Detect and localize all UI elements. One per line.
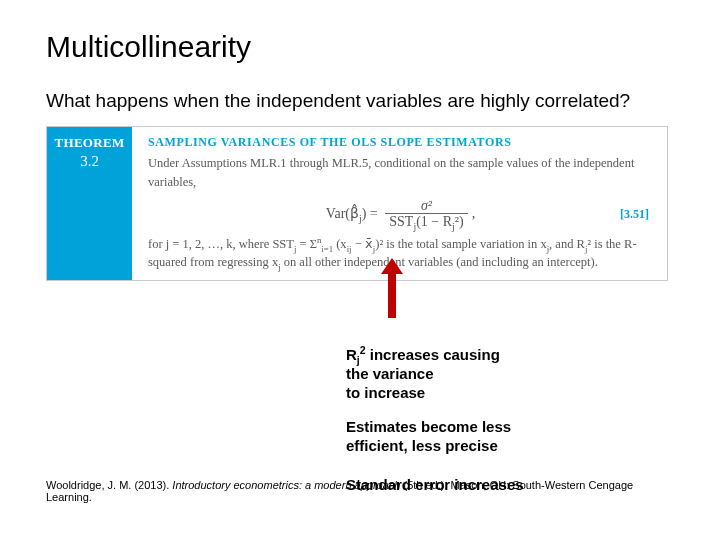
equation-number: [3.51] [620, 207, 649, 222]
theorem-box: THEOREM 3.2 SAMPLING VARIANCES OF THE OL… [46, 126, 668, 281]
theorem-left-panel: THEOREM 3.2 [47, 127, 132, 280]
lead-question: What happens when the independent variab… [46, 90, 674, 112]
annotation-efficiency: Estimates become less efficient, less pr… [346, 418, 511, 456]
theorem-number: 3.2 [80, 153, 99, 170]
equation-text: Var(β̂j) = σ² SSTj(1 − Rj²) , [326, 198, 475, 231]
theorem-heading: SAMPLING VARIANCES OF THE OLS SLOPE ESTI… [148, 135, 653, 150]
theorem-equation: Var(β̂j) = σ² SSTj(1 − Rj²) , [3.51] [148, 198, 653, 231]
theorem-label: THEOREM [55, 135, 125, 151]
citation: Wooldridge, J. M. (2013). Introductory e… [46, 479, 674, 503]
arrow-icon [385, 260, 399, 318]
slide-title: Multicollinearity [46, 30, 674, 64]
annotation-variance: Rj2 increases causing the variance to in… [346, 346, 500, 402]
slide: Multicollinearity What happens when the … [0, 0, 720, 540]
theorem-line1: Under Assumptions MLR.1 through MLR.5, c… [148, 154, 653, 192]
